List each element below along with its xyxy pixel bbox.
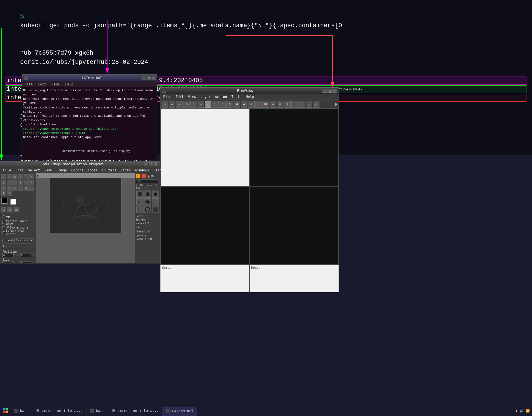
gimp-tool-ellipse[interactable]: ◯ bbox=[12, 174, 17, 179]
freeview-btn-face[interactable]: ◎ bbox=[248, 101, 255, 108]
spacing-icon-6[interactable]: ⟲ bbox=[147, 222, 149, 225]
brush-item-9[interactable] bbox=[152, 206, 159, 213]
freeview-btn-plus[interactable]: ⊕ bbox=[313, 101, 319, 108]
gimp-tool-persp[interactable]: ◫ bbox=[7, 186, 12, 191]
brush-orange-icon[interactable]: 🟧 bbox=[136, 174, 140, 178]
gimp-tool-paint[interactable]: 🖌 bbox=[1, 180, 6, 185]
gimp-tool-pencil[interactable]: ✎ bbox=[29, 174, 34, 179]
brush-item-8[interactable] bbox=[144, 206, 151, 213]
taskbar-bash-2[interactable]: ⬛ bash bbox=[86, 406, 108, 416]
size-h-input[interactable] bbox=[20, 261, 31, 263]
spacing-icon-5[interactable]: ⊞ bbox=[145, 222, 146, 225]
gimp-menu-select[interactable]: Select bbox=[26, 168, 42, 173]
gimp-tool-zoom[interactable]: 🔍 bbox=[1, 191, 6, 196]
freeview-btn-eye[interactable]: 👁 bbox=[277, 101, 283, 108]
maximize-button[interactable]: □ bbox=[147, 76, 151, 80]
gimp-tool-flip[interactable]: ↔ bbox=[12, 186, 17, 191]
menu-tabs[interactable]: Tabs bbox=[50, 82, 62, 87]
freeview-menu-action[interactable]: Action bbox=[213, 94, 229, 99]
gimp-tool-erase[interactable]: ◻ bbox=[7, 180, 12, 185]
brush-item-6[interactable] bbox=[152, 198, 159, 206]
gimp-tool-text[interactable]: T bbox=[24, 174, 29, 179]
gimp-tool-path[interactable]: ✦ bbox=[24, 180, 29, 185]
freeview-btn-cursor[interactable]: ▭ bbox=[205, 101, 211, 108]
spacing-icon-1[interactable]: ✏ bbox=[136, 222, 137, 225]
freeview-menu-layer[interactable]: Layer bbox=[199, 94, 212, 99]
gimp-menu-video[interactable]: Video bbox=[119, 168, 132, 173]
freeview-menu-help[interactable]: Help bbox=[244, 94, 255, 99]
freeview-btn-zoom-in[interactable]: ⊕ bbox=[162, 101, 168, 108]
position-x-input[interactable] bbox=[2, 253, 14, 257]
lxterminal-controls[interactable]: − □ × bbox=[142, 76, 156, 80]
freeview-menu-file[interactable]: File bbox=[162, 94, 173, 99]
freeview-btn-rotate-cw[interactable]: ⟳ bbox=[190, 101, 197, 108]
gimp-menu-windows[interactable]: Windows bbox=[133, 168, 151, 173]
gimp-menu-help[interactable]: Help bbox=[152, 168, 163, 173]
size-w-input[interactable] bbox=[2, 261, 14, 263]
freeview-maximize[interactable]: □ bbox=[328, 89, 332, 93]
freeview-btn-redo[interactable]: ↪ bbox=[176, 101, 183, 108]
current-layer-checkbox[interactable] bbox=[2, 221, 5, 224]
freeview-menu-tools[interactable]: Tools bbox=[230, 94, 243, 99]
gimp-canvas[interactable] bbox=[50, 178, 122, 233]
gimp-tool-free[interactable]: 〜 bbox=[18, 174, 23, 179]
taskbar-bash-1[interactable]: ⬛ bash bbox=[11, 406, 32, 416]
layer-icon-2[interactable]: ≣ bbox=[138, 226, 140, 229]
freeview-btn-rotate-ccw[interactable]: ⟲ bbox=[183, 101, 190, 108]
layer-icon-1[interactable]: ≡ bbox=[136, 226, 137, 229]
gimp-close[interactable]: × bbox=[154, 162, 158, 166]
freeview-btn-arrow[interactable]: ↗ bbox=[298, 101, 305, 108]
brush-filter-input[interactable] bbox=[136, 179, 158, 183]
taskbar-screen-1[interactable]: 🖥 screen on intera... bbox=[32, 406, 86, 416]
freeview-btn-overlay[interactable]: ◈ bbox=[270, 101, 276, 108]
brush-item-4[interactable]: ★ bbox=[136, 198, 144, 206]
gimp-menu-file[interactable]: File bbox=[1, 168, 13, 173]
gimp-tool-crop[interactable]: ✂ bbox=[18, 186, 23, 191]
gimp-menu-filters[interactable]: Filters bbox=[101, 168, 118, 173]
freeview-btn-cut[interactable]: ✂ bbox=[198, 101, 204, 108]
freeview-btn-skull[interactable]: ☠ bbox=[255, 101, 262, 108]
freeview-minimize[interactable]: − bbox=[323, 89, 327, 93]
gimp-tool-fill[interactable]: ⬡ bbox=[12, 180, 17, 185]
menu-help[interactable]: Help bbox=[64, 82, 75, 87]
expand-center-checkbox[interactable] bbox=[2, 231, 5, 234]
freeview-btn-link[interactable]: ⊹ bbox=[306, 101, 312, 108]
brush-item-3[interactable] bbox=[152, 191, 159, 198]
gimp-menu-edit[interactable]: Edit bbox=[14, 168, 25, 173]
position-y-input[interactable] bbox=[20, 253, 31, 257]
gimp-tool-extra3[interactable]: ⊞ bbox=[14, 207, 19, 212]
taskbar-start-btn[interactable] bbox=[1, 407, 9, 415]
brush-item-1[interactable] bbox=[136, 191, 144, 198]
lock-icon-3[interactable]: ⊠ bbox=[150, 237, 152, 241]
freeview-btn-grid3x3[interactable]: ⊟ bbox=[226, 101, 233, 108]
minimize-button[interactable]: − bbox=[142, 76, 146, 80]
freeview-menu-view[interactable]: View bbox=[186, 94, 198, 99]
lock-icon-1[interactable]: ✎ bbox=[144, 237, 146, 241]
allow-growing-checkbox[interactable] bbox=[2, 226, 5, 229]
freeview-btn-R[interactable]: R bbox=[335, 102, 337, 106]
spacing-icon-4[interactable]: ✗ bbox=[142, 222, 144, 225]
freeview-btn-line[interactable]: ─ bbox=[291, 101, 298, 108]
freeview-btn-circle[interactable]: ● bbox=[241, 101, 247, 108]
fixed-checkbox[interactable] bbox=[2, 239, 3, 242]
gimp-tool-align[interactable]: A bbox=[7, 191, 12, 196]
gimp-tool-grad[interactable]: ▦ bbox=[18, 180, 23, 185]
menu-file[interactable]: File bbox=[23, 82, 34, 87]
brush-item-5[interactable] bbox=[144, 198, 151, 206]
close-button[interactable]: × bbox=[152, 76, 156, 80]
gimp-menu-image[interactable]: Image bbox=[55, 168, 68, 173]
gimp-minimize[interactable]: − bbox=[144, 162, 148, 166]
aspect-ratio-select[interactable]: Aspect ratio bbox=[14, 238, 34, 242]
background-color[interactable] bbox=[10, 199, 16, 205]
gimp-menu-tools[interactable]: Tools bbox=[86, 168, 99, 173]
freeview-btn-measure[interactable]: A bbox=[284, 101, 291, 108]
freeview-close[interactable]: × bbox=[332, 89, 337, 93]
gimp-tool-clone[interactable]: ⊕ bbox=[29, 180, 34, 185]
menu-edit[interactable]: Edit bbox=[37, 82, 48, 87]
brush-item-7[interactable]: ✦ bbox=[136, 206, 144, 213]
freeview-controls[interactable]: − □ × bbox=[323, 89, 337, 93]
gimp-tool-extra1[interactable]: ⬡ bbox=[1, 207, 6, 212]
gimp-tool-move[interactable]: ✥ bbox=[1, 174, 6, 179]
freeview-menu-edit[interactable]: Edit bbox=[174, 94, 185, 99]
spacing-icon-2[interactable]: ↩ bbox=[138, 222, 140, 225]
